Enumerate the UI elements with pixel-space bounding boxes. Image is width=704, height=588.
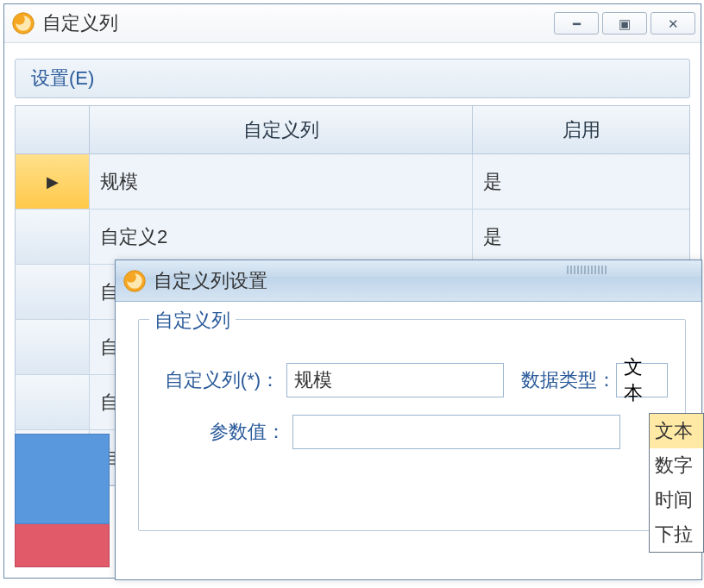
cell-name[interactable]: 自定义2 [90,210,473,264]
minimize-icon: ━ [573,17,581,30]
row-selector[interactable] [16,210,90,264]
field-row-name: 自定义列(*)： 数据类型： 文本 [156,363,668,397]
settings-dialog: 自定义列设置 自定义列 自定义列(*)： 数据类型： 文本 参数值： [115,260,702,580]
input-name[interactable] [286,363,504,397]
window-title: 自定义列 [42,10,118,36]
maximize-button[interactable]: ▣ [602,12,647,34]
grip-icon [567,266,607,274]
dropdown-option[interactable]: 数字 [650,448,703,483]
strip-blue [15,434,110,524]
combo-datatype-value: 文本 [624,354,660,406]
label-name: 自定义列(*)： [156,367,280,393]
maximize-icon: ▣ [619,17,631,30]
row-selector[interactable] [16,375,90,429]
dropdown-option[interactable]: 下拉 [650,517,703,552]
titlebar: 自定义列 ━ ▣ ✕ [4,4,701,43]
menubar: 设置(E) [15,59,690,98]
window-controls: ━ ▣ ✕ [550,4,701,42]
cell-name[interactable]: 规模 [90,154,473,209]
app-icon [123,269,147,293]
header-selector[interactable] [16,106,90,153]
row-selector[interactable] [16,265,90,319]
label-param: 参数值： [156,419,286,445]
close-button[interactable]: ✕ [651,12,695,34]
cell-enabled[interactable]: 是 [473,210,689,264]
dropdown-option[interactable]: 时间 [650,483,703,517]
fieldset-custom-column: 自定义列 自定义列(*)： 数据类型： 文本 参数值： [138,319,686,531]
table-row[interactable]: ▶ 规模 是 [16,154,689,210]
fieldset-legend: 自定义列 [149,308,236,334]
input-param[interactable] [292,415,620,449]
field-row-param: 参数值： [156,415,668,449]
row-selector[interactable]: ▶ [16,154,90,209]
header-col-name[interactable]: 自定义列 [90,106,473,153]
header-col-enabled[interactable]: 启用 [473,106,689,153]
menu-settings[interactable]: 设置(E) [31,66,94,91]
row-selector[interactable] [16,320,90,374]
app-icon [11,11,35,35]
strip-red [15,524,110,567]
dialog-titlebar: 自定义列设置 [116,260,701,302]
table-row[interactable]: 自定义2 是 [16,210,689,265]
close-icon: ✕ [668,17,679,30]
grid-header: 自定义列 启用 [16,106,689,154]
dialog-title: 自定义列设置 [154,268,267,294]
combo-datatype[interactable]: 文本 [616,363,668,397]
label-datatype: 数据类型： [521,367,616,393]
dropdown-option[interactable]: 文本 [650,414,703,448]
datatype-dropdown[interactable]: 文本 数字 时间 下拉 [649,413,704,553]
row-pointer-icon: ▶ [47,172,59,191]
cell-enabled[interactable]: 是 [473,154,689,209]
dialog-body: 自定义列 自定义列(*)： 数据类型： 文本 参数值： [116,302,701,531]
minimize-button[interactable]: ━ [554,12,599,34]
status-strip [15,434,110,567]
